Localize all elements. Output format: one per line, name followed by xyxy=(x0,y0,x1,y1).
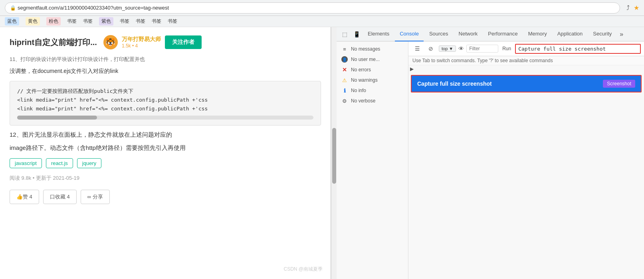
filter-errors[interactable]: ✕ No errors xyxy=(337,65,408,75)
capture-screenshot-option[interactable]: Capture full size screenshot Screenshot xyxy=(412,76,641,92)
code-scroll-thumb xyxy=(17,116,97,120)
code-line-3: <link media="print" href="<%= context.co… xyxy=(17,104,313,113)
device-mode-button[interactable]: 📱 xyxy=(351,29,362,40)
console-filter-input[interactable] xyxy=(466,45,498,53)
inspect-element-button[interactable]: ⬚ xyxy=(339,29,350,40)
console-main: ☰ ⊘ top ▼ 👁 Run Use Tab to switch comman… xyxy=(408,41,644,279)
bookmark-item[interactable]: 紫色 xyxy=(99,17,113,26)
follow-author-button[interactable]: 关注作者 xyxy=(165,35,202,49)
webpage-content: hiprint自定义前端打印... 🐯 万年打野易大师 1.5k • 4 关注作… xyxy=(0,27,331,279)
tab-application[interactable]: Application xyxy=(553,27,588,41)
tab-elements[interactable]: Elements xyxy=(363,27,394,41)
browser-actions: ⤴ ★ xyxy=(626,4,639,12)
tab-network[interactable]: Network xyxy=(454,27,483,41)
console-input-row: ☰ ⊘ top ▼ 👁 Run xyxy=(408,41,644,56)
filter-user-label: No user me... xyxy=(351,57,380,62)
filter-warnings[interactable]: ⚠ No warnings xyxy=(337,75,408,85)
screenshot-badge: Screenshot xyxy=(603,80,635,88)
article-text-1: 11、打印的块设计的平块设计打印块设计件，打印配置并也 xyxy=(10,56,321,63)
error-icon: ✕ xyxy=(341,67,348,73)
tab-memory[interactable]: Memory xyxy=(523,27,552,41)
bookmark-item[interactable]: 书签 xyxy=(83,18,93,25)
run-button[interactable]: Run xyxy=(501,45,513,52)
main-area: hiprint自定义前端打印... 🐯 万年打野易大师 1.5k • 4 关注作… xyxy=(0,27,644,279)
webpage-scrollbar[interactable] xyxy=(331,27,337,279)
bookmark-star-button[interactable]: ★ xyxy=(634,4,639,12)
article-text-2: 没调整，在document.ejs文件引入对应的link xyxy=(10,66,321,76)
user-icon: 👤 xyxy=(341,56,348,63)
article-meta: 阅读 9.8k • 更新于 2021-05-19 xyxy=(10,175,321,182)
address-bar[interactable]: 🔒 segmentfault.com/a/1190000040023340?ut… xyxy=(5,2,620,14)
bookmark-item[interactable]: 书签 xyxy=(67,18,77,25)
section-12-text: 12、图片无法显示在面板上，静态文件就放在上述问题对应的 xyxy=(10,131,321,139)
tab-console[interactable]: Console xyxy=(395,27,424,41)
article-header: hiprint自定义前端打印... 🐯 万年打野易大师 1.5k • 4 关注作… xyxy=(10,35,321,49)
tag-jquery[interactable]: jquery xyxy=(77,158,101,168)
devtools-toolbar: ⬚ 📱 Elements Console Sources Network Per… xyxy=(337,27,644,41)
webpage-scroll-thumb xyxy=(332,128,336,184)
filter-warnings-label: No warnings xyxy=(351,77,378,83)
bookmark-item[interactable]: 书签 xyxy=(152,18,161,25)
tags-container: javascript react.js jquery xyxy=(10,158,321,168)
bookmark-item[interactable]: 书签 xyxy=(136,18,145,25)
tag-javascript[interactable]: javascript xyxy=(10,158,42,168)
share-article-button[interactable]: ∞ 分享 xyxy=(81,190,110,204)
like-button[interactable]: 👍赞 4 xyxy=(10,190,39,204)
bookmark-item[interactable]: 粉色 xyxy=(46,17,61,26)
console-input[interactable] xyxy=(515,44,641,54)
filter-info[interactable]: ℹ No info xyxy=(337,85,408,96)
filter-messages[interactable]: ≡ No messages xyxy=(337,44,408,54)
tab-performance[interactable]: Performance xyxy=(483,27,522,41)
bookmark-item[interactable]: 书签 xyxy=(120,18,129,25)
address-bar-row: 🔒 segmentfault.com/a/1190000040023340?ut… xyxy=(0,0,644,16)
author-name: 万年打野易大师 xyxy=(122,36,161,43)
collect-button[interactable]: 口收藏 4 xyxy=(43,190,77,204)
author-avatar: 🐯 xyxy=(103,35,118,49)
eye-button[interactable]: 👁 xyxy=(458,45,464,52)
filter-user[interactable]: 👤 No user me... xyxy=(337,54,408,65)
verbose-icon: ⚙ xyxy=(341,98,348,104)
devtools-panel: ⬚ 📱 Elements Console Sources Network Per… xyxy=(337,27,644,279)
messages-icon: ≡ xyxy=(341,46,348,52)
console-area: ≡ No messages 👤 No user me... ✕ No error… xyxy=(337,41,644,279)
code-line-2: <link media="print" href="<%= context.co… xyxy=(17,96,313,104)
devtools-more-button[interactable]: » xyxy=(617,31,626,38)
lock-icon: 🔒 xyxy=(10,5,16,11)
code-line-1: // 文件一定要按照路径匹配放到public文件夹下 xyxy=(17,87,313,96)
context-label: top xyxy=(442,46,448,51)
expand-arrow[interactable]: ▶ xyxy=(408,65,644,73)
author-section: 🐯 万年打野易大师 1.5k • 4 关注作者 xyxy=(103,35,202,49)
console-context-selector[interactable]: top ▼ xyxy=(439,45,456,52)
article-title: hiprint自定义前端打印... xyxy=(10,37,97,48)
console-sidebar-toggle[interactable]: ☰ xyxy=(412,43,423,54)
autocomplete-hint: Use Tab to switch commands. Type '?' to … xyxy=(408,56,644,65)
warning-icon: ⚠ xyxy=(341,77,348,83)
filter-errors-label: No errors xyxy=(351,67,371,73)
address-text: segmentfault.com/a/1190000040023340?utm_… xyxy=(18,5,169,11)
watermark: CSDN @南城夏季 xyxy=(283,266,323,273)
filter-verbose-label: No verbose xyxy=(351,98,375,104)
author-stats: 1.5k • 4 xyxy=(122,43,161,49)
filter-verbose[interactable]: ⚙ No verbose xyxy=(337,96,408,106)
suggestion-label: Capture full size screenshot xyxy=(417,81,492,87)
tab-sources[interactable]: Sources xyxy=(424,27,453,41)
console-sidebar: ≡ No messages 👤 No user me... ✕ No error… xyxy=(337,41,408,279)
info-icon: ℹ xyxy=(341,87,348,94)
section-12b-text: image路径下。动态文件（含http绝对路径）需要按照先引入再使用 xyxy=(10,144,321,152)
bookmarks-bar: 蓝色 黄色 粉色 书签 书签 紫色 书签 书签 书签 书签 xyxy=(0,16,644,27)
screenshot-suggestion-box: Capture full size screenshot Screenshot xyxy=(411,75,642,92)
code-horizontal-scroll[interactable] xyxy=(17,116,313,120)
chevron-down-icon: ▼ xyxy=(449,46,453,51)
tab-security[interactable]: Security xyxy=(588,27,616,41)
bookmark-item[interactable]: 黄色 xyxy=(26,17,40,26)
share-button[interactable]: ⤴ xyxy=(626,4,630,12)
tag-reactjs[interactable]: react.js xyxy=(46,158,73,168)
code-block: // 文件一定要按照路径匹配放到public文件夹下 <link media="… xyxy=(10,81,321,126)
bookmark-item[interactable]: 书签 xyxy=(168,18,177,25)
author-info: 万年打野易大师 1.5k • 4 xyxy=(122,36,161,49)
browser-chrome: 🔒 segmentfault.com/a/1190000040023340?ut… xyxy=(0,0,644,27)
filter-info-label: No info xyxy=(351,88,366,93)
filter-messages-label: No messages xyxy=(351,46,380,52)
console-clear-button[interactable]: ⊘ xyxy=(425,43,436,54)
bookmark-item[interactable]: 蓝色 xyxy=(5,17,19,26)
